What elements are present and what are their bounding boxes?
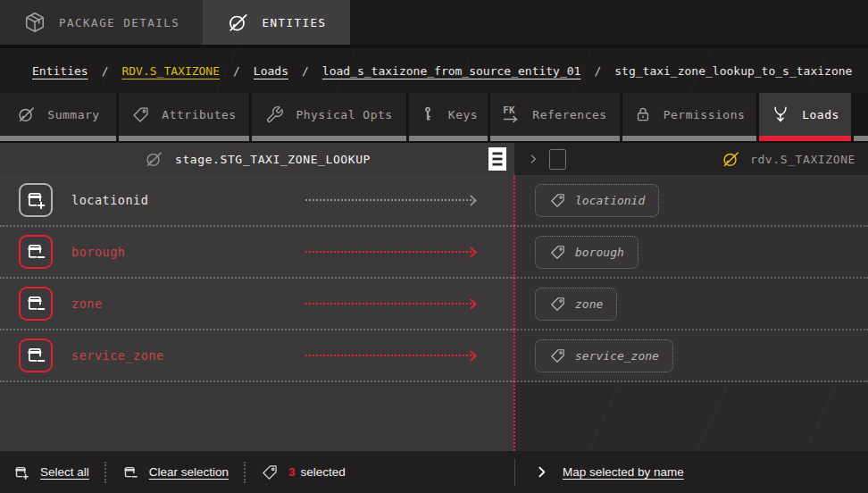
selected-count-status: 3selected: [261, 464, 346, 481]
source-attribute-name: service_zone: [71, 348, 164, 363]
footer-map-controls: Map selected by name: [514, 459, 868, 486]
source-panel: stage.STG_TAXI_ZONE_LOOKUP: [0, 143, 514, 451]
top-tab-entities[interactable]: ENTITIES: [203, 0, 349, 45]
tab-label: Summary: [47, 108, 99, 121]
footer-separator: [104, 462, 106, 483]
section-tab-bar: Summary Attributes Physical Opts Keys FK: [0, 93, 868, 141]
target-panel-filler: [514, 382, 868, 451]
target-attribute-row: borough: [514, 227, 868, 279]
select-remove-icon: [121, 464, 139, 481]
package-icon: [23, 11, 46, 34]
mapping-arrow: [305, 352, 475, 360]
footer-separator: [244, 462, 246, 483]
target-panel-header: rdv.S_TAXIZONE: [514, 143, 868, 175]
source-attribute-row: locationid: [0, 175, 514, 227]
source-panel-header: stage.STG_TAXI_ZONE_LOOKUP: [0, 143, 514, 175]
tag-icon: [549, 192, 566, 209]
tag-icon: [131, 105, 150, 124]
source-panel-filler: [0, 382, 514, 451]
fk-icon: FK: [503, 105, 521, 123]
lock-icon: [634, 105, 652, 123]
map-selected-by-name-button[interactable]: Map selected by name: [563, 465, 684, 479]
target-attribute-chip[interactable]: borough: [535, 236, 638, 269]
tab-label: Physical Opts: [296, 108, 392, 121]
tag-icon: [549, 296, 566, 313]
select-remove-icon: [24, 292, 47, 315]
hub-icon: [721, 149, 740, 169]
hub-icon: [226, 11, 249, 34]
hub-icon: [144, 149, 163, 169]
target-panel: rdv.S_TAXIZONE locationid borough: [514, 143, 868, 451]
tag-icon: [261, 464, 279, 481]
breadcrumb-separator: /: [302, 64, 309, 78]
footer-bar: Select all Clear selection: [0, 451, 868, 493]
breadcrumb-item-entity[interactable]: RDV.S_TAXIZONE: [121, 64, 220, 78]
tab-summary[interactable]: Summary: [0, 93, 116, 141]
top-tab-package-details[interactable]: PACKAGE DETAILS: [0, 0, 203, 45]
tab-loads[interactable]: Loads: [759, 93, 851, 141]
chevron-right-icon: [534, 464, 549, 480]
hub-icon: [16, 104, 36, 124]
select-add-icon: [24, 188, 47, 212]
mapping-arrow: [305, 300, 475, 308]
selected-label: selected: [301, 465, 346, 479]
source-attribute-row: service_zone: [0, 330, 514, 382]
tag-icon: [549, 347, 566, 364]
toggle-select-button[interactable]: [19, 287, 53, 321]
source-attribute-name: zone: [71, 297, 103, 311]
select-all-label: Select all: [40, 465, 89, 479]
mapping-arrow: [305, 248, 475, 256]
toggle-select-button[interactable]: [19, 183, 53, 217]
target-attribute-chip[interactable]: service_zone: [535, 339, 673, 372]
source-table-title: stage.STG_TAXI_ZONE_LOOKUP: [175, 153, 371, 166]
top-tab-label: ENTITIES: [262, 16, 326, 29]
tab-label: Loads: [802, 108, 839, 121]
tab-physical-opts[interactable]: Physical Opts: [252, 93, 406, 141]
target-attribute-name: locationid: [575, 194, 645, 207]
target-attribute-row: locationid: [514, 175, 868, 227]
breadcrumb-item-loads[interactable]: Loads: [254, 64, 288, 78]
mapping-arrow: [305, 196, 475, 205]
breadcrumb-item-load[interactable]: load_s_taxizone_from_source_entity_01: [322, 64, 581, 78]
target-attribute-row: service_zone: [514, 330, 868, 382]
tab-references[interactable]: FK References: [490, 93, 620, 141]
top-tab-label: PACKAGE DETAILS: [59, 16, 179, 29]
select-all-button[interactable]: Select all: [13, 464, 89, 481]
wrench-icon: [265, 105, 284, 124]
tab-keys[interactable]: Keys: [409, 93, 488, 141]
source-attribute-name: borough: [71, 245, 125, 259]
breadcrumb-separator: /: [594, 64, 601, 78]
key-icon: [419, 105, 437, 123]
breadcrumb: Entities / RDV.S_TAXIZONE / Loads / load…: [0, 48, 868, 93]
target-attribute-chip[interactable]: locationid: [535, 184, 659, 217]
top-bar: PACKAGE DETAILS ENTITIES: [0, 0, 868, 45]
merge-icon: [771, 104, 790, 124]
target-attribute-name: borough: [575, 246, 624, 259]
target-attribute-row: zone: [514, 279, 868, 330]
target-attribute-name: service_zone: [575, 349, 659, 363]
panel-divider: [513, 175, 515, 451]
tag-icon: [549, 244, 566, 261]
target-attribute-name: zone: [575, 297, 603, 311]
list-view-icon[interactable]: [488, 147, 506, 171]
toggle-select-button[interactable]: [19, 235, 53, 269]
breadcrumb-item-entities[interactable]: Entities: [32, 64, 88, 78]
breadcrumb-separator: /: [102, 64, 109, 78]
tab-bar-filler: [854, 93, 868, 141]
select-remove-icon: [24, 240, 47, 263]
select-add-icon: [13, 464, 30, 481]
clear-selection-button[interactable]: Clear selection: [121, 464, 229, 481]
tab-permissions[interactable]: Permissions: [622, 93, 756, 141]
expand-chevron-icon[interactable]: [527, 153, 539, 165]
selected-count: 3: [288, 465, 296, 479]
load-mapping-area: stage.STG_TAXI_ZONE_LOOKUP: [0, 143, 868, 451]
clear-selection-label: Clear selection: [149, 465, 229, 479]
tab-label: Permissions: [664, 108, 746, 121]
source-attribute-row: zone: [0, 279, 514, 330]
target-table-title: rdv.S_TAXIZONE: [750, 153, 855, 166]
tab-label: References: [532, 108, 606, 121]
toggle-select-button[interactable]: [19, 338, 53, 372]
select-all-checkbox[interactable]: [549, 149, 566, 170]
tab-attributes[interactable]: Attributes: [119, 93, 249, 141]
target-attribute-chip[interactable]: zone: [535, 288, 617, 321]
